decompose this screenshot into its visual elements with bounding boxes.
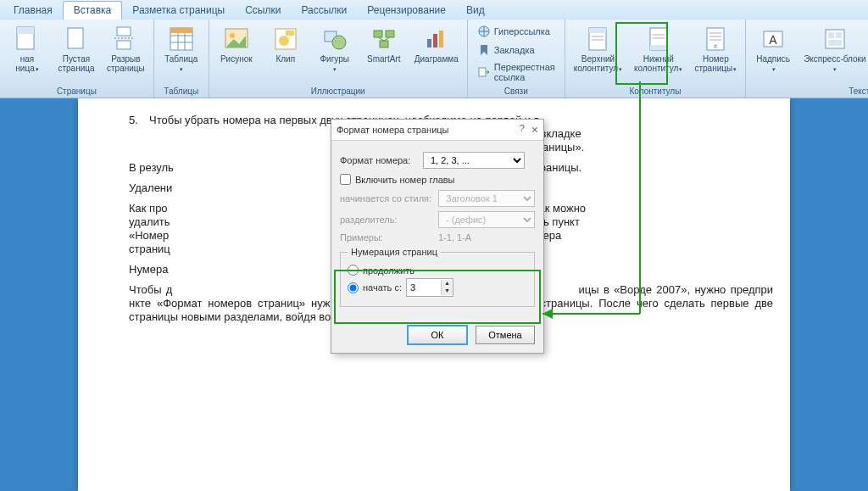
group-pages: ная ница▾ Пустая страница Разрыв страниц…	[0, 20, 154, 98]
page-number-icon: #	[702, 25, 729, 53]
svg-point-18	[332, 36, 346, 49]
svg-rect-22	[427, 39, 431, 47]
group-label-links: Связи	[504, 86, 528, 98]
group-label-tables: Таблицы	[164, 86, 198, 98]
separator-select: - (дефис)	[438, 211, 535, 228]
svg-text:A: A	[770, 33, 778, 47]
bookmark-icon	[477, 43, 491, 57]
svg-rect-16	[286, 31, 294, 36]
svg-point-13	[230, 33, 235, 38]
clip-button[interactable]: Клип	[262, 23, 309, 66]
svg-rect-44	[836, 32, 842, 38]
svg-text:#: #	[714, 43, 717, 49]
clip-icon	[272, 25, 299, 53]
group-label-pages: Страницы	[57, 86, 97, 98]
continue-radio[interactable]	[348, 265, 359, 276]
ribbon-tabs: Главная Вставка Разметка страницы Ссылки…	[0, 0, 868, 20]
shapes-icon	[321, 25, 348, 53]
page-number-button[interactable]: # Номер страницы▾	[689, 23, 742, 76]
svg-rect-2	[68, 28, 83, 48]
page-number-format-dialog: Формат номера страницы ? × Формат номера…	[331, 119, 544, 354]
tab-references[interactable]: Ссылки	[235, 2, 291, 20]
svg-rect-45	[828, 40, 842, 46]
picture-icon	[223, 25, 250, 53]
footer-icon	[645, 25, 672, 53]
quickparts-button[interactable]: Экспресс-блоки▾	[798, 23, 868, 76]
header-button[interactable]: Верхний колонтитул▾	[569, 23, 627, 76]
chapter-style-select: Заголовок 1	[438, 190, 535, 207]
svg-point-15	[279, 36, 289, 46]
shapes-button[interactable]: Фигуры▾	[311, 23, 359, 76]
textbox-icon: A	[760, 25, 787, 53]
picture-button[interactable]: Рисунок	[213, 23, 260, 66]
ok-button[interactable]: ОК	[408, 326, 467, 344]
svg-rect-26	[479, 68, 486, 76]
group-label-text: Текст	[849, 86, 868, 98]
include-chapter-checkbox[interactable]	[340, 174, 351, 185]
spinner-down[interactable]: ▼	[442, 287, 453, 295]
group-text: A Надпись▾ Экспресс-блоки▾ A WordArt▾ A …	[746, 20, 868, 98]
include-chapter-label: Включить номер главы	[355, 175, 455, 185]
quickparts-icon	[821, 25, 849, 53]
tab-mailings[interactable]: Рассылки	[291, 2, 357, 20]
dialog-help-button[interactable]: ?	[520, 123, 525, 137]
smartart-button[interactable]: SmartArt	[360, 23, 408, 66]
svg-rect-43	[828, 32, 834, 38]
start-at-spinner[interactable]: ▲▼	[406, 278, 453, 297]
crossref-icon	[477, 65, 491, 79]
hyperlink-icon	[477, 25, 491, 38]
cancel-button[interactable]: Отмена	[476, 326, 535, 344]
spinner-up[interactable]: ▲	[442, 280, 453, 287]
svg-rect-19	[374, 31, 382, 37]
svg-rect-23	[433, 34, 437, 47]
hyperlink-button[interactable]: Гиперссылка	[475, 23, 558, 40]
group-tables: Таблица▾ Таблицы	[154, 20, 209, 98]
svg-rect-4	[117, 41, 131, 49]
dialog-close-button[interactable]: ×	[531, 123, 538, 137]
tab-view[interactable]: Вид	[456, 2, 495, 20]
list-number: 5.	[129, 114, 149, 154]
header-icon	[584, 25, 611, 53]
start-at-radio[interactable]	[348, 282, 359, 293]
tab-page-layout[interactable]: Разметка страницы	[122, 2, 235, 20]
table-icon	[168, 25, 195, 53]
svg-rect-20	[386, 31, 394, 37]
blank-page-button[interactable]: Пустая страница	[53, 23, 100, 75]
chart-button[interactable]: Диаграмма	[409, 23, 464, 66]
svg-rect-11	[170, 28, 192, 33]
svg-rect-24	[439, 31, 443, 47]
tab-review[interactable]: Рецензирование	[357, 2, 456, 20]
page-break-icon	[112, 25, 139, 53]
svg-rect-28	[589, 28, 606, 33]
cover-page-icon	[14, 25, 41, 53]
textbox-button[interactable]: A Надпись▾	[749, 23, 797, 76]
number-format-select[interactable]: 1, 2, 3, ...	[423, 152, 525, 169]
format-label: Формат номера:	[340, 155, 418, 165]
svg-rect-3	[117, 27, 131, 36]
svg-rect-32	[650, 45, 667, 50]
ribbon: ная ница▾ Пустая страница Разрыв страниц…	[0, 20, 868, 98]
group-links: Гиперссылка Закладка Перекрестная ссылка…	[468, 20, 565, 98]
svg-rect-21	[380, 41, 388, 47]
chart-icon	[423, 25, 450, 53]
tab-insert[interactable]: Вставка	[63, 1, 123, 20]
group-headerfooter: Верхний колонтитул▾ Нижний колонтитул▾ #…	[565, 20, 746, 98]
dialog-title: Формат номера страницы	[337, 125, 449, 135]
cover-page-button[interactable]: ная ница▾	[3, 23, 51, 76]
crossref-button[interactable]: Перекрестная ссылка	[475, 60, 558, 84]
group-illustrations: Рисунок Клип Фигуры▾ SmartArt Диаграмма	[209, 20, 468, 98]
smartart-icon	[370, 25, 398, 53]
table-button[interactable]: Таблица▾	[158, 23, 205, 76]
tab-home[interactable]: Главная	[3, 2, 63, 20]
blank-page-icon	[63, 25, 90, 53]
page-break-button[interactable]: Разрыв страницы	[102, 23, 150, 75]
footer-button[interactable]: Нижний колонтитул▾	[629, 23, 687, 76]
group-label-headerfooter: Колонтитулы	[630, 86, 682, 98]
svg-rect-1	[17, 27, 34, 34]
page-numbering-fieldset: Нумерация страниц продолжить начать с: ▲…	[340, 247, 535, 307]
bookmark-button[interactable]: Закладка	[475, 42, 558, 59]
group-label-illustrations: Иллюстрации	[311, 86, 365, 98]
start-at-input[interactable]	[407, 279, 441, 296]
